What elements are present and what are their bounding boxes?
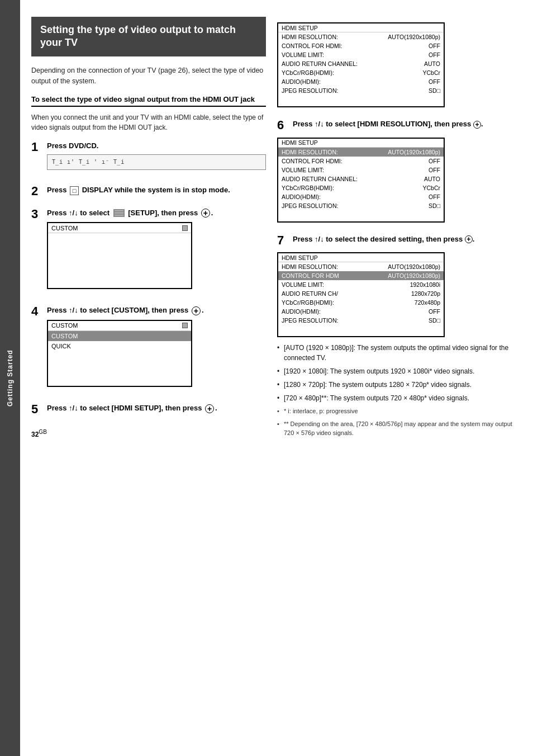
step-1-content: Press DVD/CD. T̲i ı' T̲i ' ı⁻ T̲i <box>47 140 266 177</box>
hdmi-menu-step5-wrapper: HDMI SETUP HDMI RESOLUTION: AUTO(1920x10… <box>277 22 522 107</box>
hdmi-menu-step5: HDMI SETUP HDMI RESOLUTION: AUTO(1920x10… <box>277 22 445 107</box>
hdmi5-label-0: HDMI RESOLUTION: <box>282 34 388 40</box>
hdmi6-padding <box>278 210 444 221</box>
step-5-content: Press ↑/↓ to select [HDMI SETUP], then p… <box>47 403 266 418</box>
step-3-content: Press ↑/↓ to select [SETUP], then press … <box>47 207 266 297</box>
hdmi-menu-step7: HDMI SETUP HDMI RESOLUTION: AUTO(1920x10… <box>277 252 445 337</box>
step-3-number: 3 <box>31 207 47 221</box>
hdmi5-value-5: OFF <box>429 78 440 85</box>
hdmi6-row-4: YCbCr/RGB(HDMI): YCbCr <box>278 183 444 192</box>
hdmi6-value-0: AUTO(1920x1080p) <box>388 149 440 155</box>
bullet-2: [1280 × 720p]: The system outputs 1280 ×… <box>277 380 522 390</box>
hdmi6-row-3: AUDIO RETURN CHANNEL: AUTO <box>278 174 444 183</box>
enter-button-icon: + <box>201 209 210 218</box>
hdmi6-value-2: OFF <box>429 167 440 173</box>
hdmi6-value-1: OFF <box>429 158 440 164</box>
hdmi6-label-0: HDMI RESOLUTION: <box>282 149 388 155</box>
step-3: 3 Press ↑/↓ to select [SETUP], then pres… <box>31 207 266 297</box>
hdmi7-padding <box>278 325 444 336</box>
display-segments: T̲i ı' T̲i ' ı⁻ T̲i <box>52 159 125 166</box>
hdmi7-label-5: AUDIO(HDMI): <box>282 308 429 315</box>
hdmi5-value-3: AUTO <box>424 60 440 67</box>
hdmi7-label-3: AUDIO RETURN CH/ <box>282 290 411 297</box>
hdmi7-value-0: AUTO(1920x1080p) <box>388 263 440 270</box>
step-3-scroll-indicator <box>182 225 188 231</box>
hdmi7-row-5: AUDIO(HDMI): OFF <box>278 307 444 316</box>
left-column: Setting the type of video output to matc… <box>31 17 266 449</box>
hdmi6-value-6: SD□ <box>429 202 440 209</box>
step-6-header: 6 Press ↑/↓ to select [HDMI RESOLUTION],… <box>277 119 522 133</box>
hdmi7-value-3: 1280x720p <box>411 290 440 297</box>
hdmi5-row-5: AUDIO(HDMI): OFF <box>278 77 444 86</box>
hdmi6-header: HDMI SETUP <box>278 139 444 148</box>
step-6-block: 6 Press ↑/↓ to select [HDMI RESOLUTION],… <box>277 119 522 223</box>
section-text: When you connect the unit and your TV wi… <box>31 112 266 133</box>
step-3-custom-label: CUSTOM <box>51 225 180 231</box>
hdmi7-label-0: HDMI RESOLUTION: <box>282 263 388 270</box>
step-5-enter-icon: + <box>205 404 214 413</box>
bullet-1: [1920 × 1080i]: The system outputs 1920 … <box>277 366 522 376</box>
hdmi5-padding <box>278 95 444 106</box>
page-container: Getting Started Setting the type of vide… <box>0 0 533 756</box>
step-4-menu: CUSTOM CUSTOM QUICK <box>47 320 192 387</box>
hdmi5-row-4: YCbCr/RGB(HDMI): YCbCr <box>278 68 444 77</box>
hdmi6-value-5: OFF <box>429 193 440 200</box>
step-5-number: 5 <box>31 403 47 416</box>
step-7-enter-icon: + <box>465 235 473 243</box>
step-7-text: Press ↑/↓ to select the desired setting,… <box>293 234 474 244</box>
step-4-content: Press ↑/↓ to select [CUSTOM], then press… <box>47 305 266 395</box>
hdmi5-header-label: HDMI SETUP <box>282 25 440 31</box>
step-4-text: Press ↑/↓ to select [CUSTOM], then press… <box>47 306 266 315</box>
step-4-menu-inner: CUSTOM CUSTOM QUICK <box>48 321 191 379</box>
step-1-text: Press DVD/CD. <box>47 141 266 150</box>
hdmi7-label-6: JPEG RESOLUTION: <box>282 317 429 324</box>
step-4-menu-empty <box>48 351 191 379</box>
hdmi6-row-1: CONTROL FOR HDMI: OFF <box>278 157 444 166</box>
page-number: 32GB <box>31 429 266 438</box>
page-title: Setting the type of video output to matc… <box>31 17 266 56</box>
hdmi7-row-0: HDMI RESOLUTION: AUTO(1920x1080p) <box>278 262 444 271</box>
step-3-menu: CUSTOM <box>47 222 192 289</box>
hdmi7-label-4: YCbCr/RGB(HDMI): <box>282 299 415 306</box>
hdmi5-value-0: AUTO(1920x1080p) <box>388 34 440 40</box>
hdmi5-label-5: AUDIO(HDMI): <box>282 78 429 85</box>
hdmi7-label-1: CONTROL FOR HDM <box>282 272 388 279</box>
step-4-quick-item: QUICK <box>48 341 191 351</box>
step-6-text: Press ↑/↓ to select [HDMI RESOLUTION], t… <box>293 119 483 129</box>
hdmi5-row-1: CONTROL FOR HDMI: OFF <box>278 41 444 50</box>
hdmi6-row-6: JPEG RESOLUTION: SD□ <box>278 201 444 210</box>
main-content: Setting the type of video output to matc… <box>20 0 533 756</box>
hdmi6-label-4: YCbCr/RGB(HDMI): <box>282 185 422 191</box>
sidebar: Getting Started <box>0 0 20 756</box>
hdmi7-value-4: 720x480p <box>415 299 440 306</box>
hdmi5-row-0: HDMI RESOLUTION: AUTO(1920x1080p) <box>278 32 444 41</box>
hdmi7-row-4: YCbCr/RGB(HDMI): 720x480p <box>278 298 444 307</box>
footnote-1: * i: interlace, p: progressive <box>277 407 522 416</box>
hdmi5-label-3: AUDIO RETURN CHANNEL: <box>282 60 424 67</box>
hdmi7-row-6: JPEG RESOLUTION: SD□ <box>278 316 444 325</box>
hdmi7-row-1: CONTROL FOR HDM AUTO(1920x1080p) <box>278 271 444 280</box>
hdmi6-header-label: HDMI SETUP <box>282 139 440 146</box>
hdmi7-value-5: OFF <box>429 308 440 315</box>
hdmi7-label-2: VOLUME LIMIT: <box>282 281 410 288</box>
page-num-value: 32 <box>31 431 39 438</box>
bullet-list: [AUTO (1920 × 1080p)]: The system output… <box>277 343 522 438</box>
step-4-scroll-indicator <box>182 323 188 328</box>
step-4-header-label: CUSTOM <box>51 322 180 329</box>
hdmi5-label-4: YCbCr/RGB(HDMI): <box>282 69 422 76</box>
hdmi6-value-4: YCbCr <box>422 185 440 191</box>
hdmi6-row-2: VOLUME LIMIT: OFF <box>278 166 444 174</box>
hdmi5-value-4: YCbCr <box>422 69 440 76</box>
hdmi6-value-3: AUTO <box>424 176 440 182</box>
hdmi6-label-1: CONTROL FOR HDMI: <box>282 158 429 164</box>
step-7-block: 7 Press ↑/↓ to select the desired settin… <box>277 234 522 438</box>
hdmi5-label-1: CONTROL FOR HDMI: <box>282 42 429 49</box>
hdmi7-row-3: AUDIO RETURN CH/ 1280x720p <box>278 289 444 298</box>
hdmi6-label-3: AUDIO RETURN CHANNEL: <box>282 176 424 182</box>
hdmi5-row-2: VOLUME LIMIT: OFF <box>278 50 444 59</box>
hdmi7-value-2: 1920x1080i <box>410 281 440 288</box>
hdmi5-label-2: VOLUME LIMIT: <box>282 51 429 58</box>
hdmi5-row-3: AUDIO RETURN CHANNEL: AUTO <box>278 59 444 68</box>
hdmi6-label-5: AUDIO(HDMI): <box>282 193 429 200</box>
hdmi5-value-2: OFF <box>429 51 440 58</box>
